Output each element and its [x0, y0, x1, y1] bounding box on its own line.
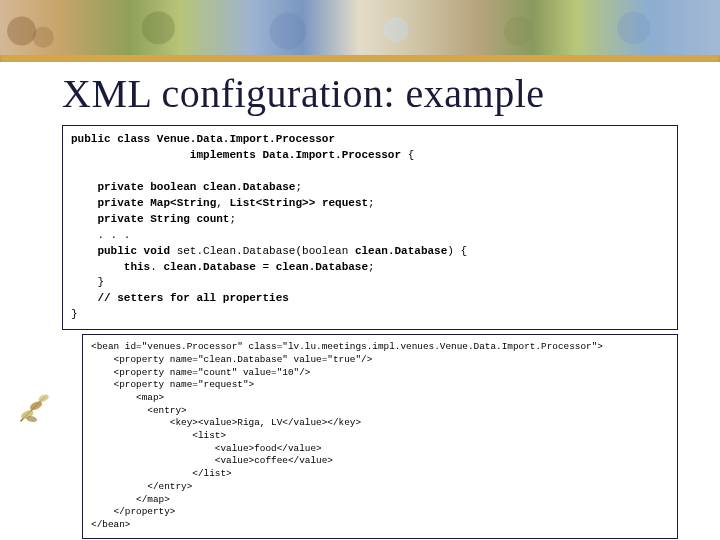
slide-body: XML configuration: example public class … [0, 62, 720, 539]
leaf-decoration-icon [14, 386, 58, 430]
java-code-block: public class Venue.Data.Import.Processor… [62, 125, 678, 330]
decorative-banner [0, 0, 720, 62]
xml-code-block: <bean id="venues.Processor" class="lv.lu… [82, 334, 678, 538]
slide-title: XML configuration: example [62, 70, 678, 117]
